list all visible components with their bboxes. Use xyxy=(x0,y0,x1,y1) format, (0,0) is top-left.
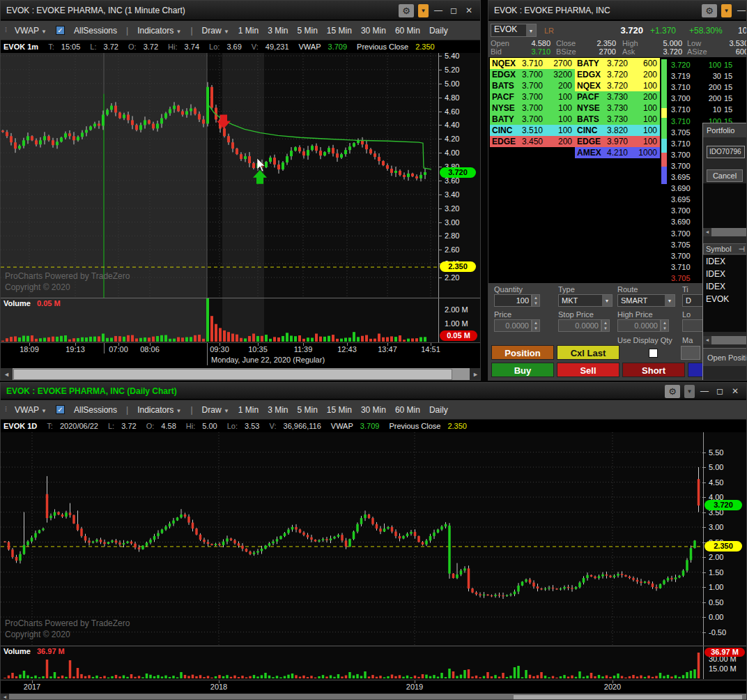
close-button[interactable]: ✕ xyxy=(463,1,475,20)
timeframe-15min[interactable]: 15 Min xyxy=(327,26,352,36)
timeframe-1min[interactable]: 1 Min xyxy=(238,405,259,415)
scroll-left-icon[interactable]: ◄ xyxy=(1,368,13,381)
ladder-row[interactable]: NQEX3.7102700 xyxy=(490,58,575,69)
window-titlebar[interactable]: EVOK : EVOKE PHARMA, INC (Daily Chart) ⚙… xyxy=(1,383,746,400)
h-scrollbar[interactable]: ◄ xyxy=(1,694,747,700)
ladder-row[interactable]: AMEX4.2101000 xyxy=(575,147,660,158)
high-price-input[interactable]: 0.0000 xyxy=(617,319,661,332)
ladder-row[interactable]: EDGE3.450200 xyxy=(490,136,575,147)
low-price-input[interactable] xyxy=(682,319,703,332)
portfolio-scrollbar-2[interactable]: ◄ xyxy=(703,336,747,344)
high-price-stepper[interactable]: ▲▼ xyxy=(661,319,669,332)
indicators-dropdown[interactable]: Indicators ▼ xyxy=(137,26,181,36)
ladder-row[interactable]: PACF3.730200 xyxy=(575,91,660,102)
timeframe-daily[interactable]: Daily xyxy=(429,405,448,415)
window-titlebar[interactable]: EVOK : EVOKE PHARMA, INC (1 Minute Chart… xyxy=(1,1,480,20)
scroll-left-icon[interactable]: ◄ xyxy=(1,694,9,700)
portfolio-row[interactable]: IDEX xyxy=(703,255,747,268)
scroll-thumb[interactable] xyxy=(513,694,743,700)
allsessions-label[interactable]: AllSessions xyxy=(74,26,117,36)
portfolio-row[interactable]: IDEX xyxy=(703,280,747,293)
chevron-down-icon[interactable]: ▼ xyxy=(418,4,429,17)
sell-button[interactable]: Sell xyxy=(557,363,619,377)
scroll-right-icon[interactable]: ► xyxy=(470,368,481,381)
account-input[interactable]: IDO70796 xyxy=(707,146,745,158)
ladder-row[interactable]: BATS3.700200 xyxy=(490,80,575,91)
gear-icon[interactable]: ⚙ xyxy=(399,4,414,17)
timeframe-60min[interactable]: 60 Min xyxy=(395,405,420,415)
ladder-row[interactable]: PACF3.700100 xyxy=(490,91,575,102)
open-positions-tab[interactable]: Open Positi xyxy=(703,348,747,366)
ladder-row[interactable]: BATY3.700100 xyxy=(490,114,575,125)
ladder-row[interactable]: NYSE3.700100 xyxy=(490,102,575,114)
price-stepper[interactable]: ▲▼ xyxy=(532,319,540,332)
minimize-button[interactable]: — xyxy=(736,1,747,20)
portfolio-scrollbar[interactable]: ◄ xyxy=(703,228,747,236)
maximize-button[interactable]: ◻ xyxy=(714,383,725,400)
ladder-row[interactable]: CINC3.820100 xyxy=(575,125,660,136)
allsessions-checkbox[interactable]: ✓ xyxy=(56,405,65,414)
ladder-row[interactable]: EDGX3.7003200 xyxy=(490,69,575,80)
gear-icon[interactable]: ⚙ xyxy=(702,4,717,17)
ladder-row[interactable]: BATS3.730100 xyxy=(575,114,660,125)
chevron-down-icon[interactable]: ▼ xyxy=(526,24,536,36)
cancel-last-button[interactable]: Cxl Last xyxy=(557,345,619,360)
quantity-input[interactable]: 100 xyxy=(494,294,532,307)
timeframe-5min[interactable]: 5 Min xyxy=(298,26,318,36)
draw-dropdown[interactable]: Draw ▼ xyxy=(202,405,229,415)
timeframe-1min[interactable]: 1 Min xyxy=(238,26,259,36)
allsessions-checkbox[interactable]: ✓ xyxy=(56,26,65,35)
buy-button[interactable]: Buy xyxy=(491,363,554,377)
timeframe-3min[interactable]: 3 Min xyxy=(268,26,288,36)
scroll-left-icon[interactable]: ◄ xyxy=(703,336,711,344)
h-scrollbar[interactable]: ◄ ► xyxy=(1,368,481,381)
chevron-down-icon[interactable]: ▼ xyxy=(684,385,695,398)
indicators-dropdown[interactable]: Indicators ▼ xyxy=(137,405,181,415)
symbol-combobox[interactable]: EVOK ▼ xyxy=(491,24,537,37)
ladder-row[interactable]: NYSE3.730100 xyxy=(575,102,660,114)
stop-price-input[interactable]: 0.0000 xyxy=(558,319,601,332)
ladder-row[interactable]: EDGE3.970100 xyxy=(575,136,660,147)
margin-box[interactable] xyxy=(681,346,700,360)
draw-dropdown[interactable]: Draw ▼ xyxy=(202,26,229,36)
tif-select[interactable]: D xyxy=(682,294,703,307)
gear-icon[interactable]: ⚙ xyxy=(665,385,680,398)
drag-handle-icon[interactable]: ⁞⁞ xyxy=(5,406,6,413)
vwap-dropdown[interactable]: VWAP ▼ xyxy=(15,26,47,36)
route-select[interactable]: SMART▼ xyxy=(617,294,675,307)
stop-price-stepper[interactable]: ▲▼ xyxy=(601,319,610,332)
order-type-select[interactable]: MKT▼ xyxy=(558,294,613,307)
minimize-button[interactable]: — xyxy=(433,1,444,20)
ladder-row[interactable]: CINC3.510100 xyxy=(490,125,575,136)
maximize-button[interactable]: ◻ xyxy=(448,1,459,20)
timeframe-30min[interactable]: 30 Min xyxy=(361,405,386,415)
window-titlebar[interactable]: EVOK : EVOKE PHARMA, INC ⚙ ▼ — xyxy=(488,1,746,20)
close-button[interactable]: ✕ xyxy=(730,383,741,400)
ladder-row[interactable]: BATY3.720600 xyxy=(575,58,660,69)
price-chart-daily[interactable]: 5.505.004.504.003.503.002.502.001.501.00… xyxy=(1,432,747,646)
timeframe-60min[interactable]: 60 Min xyxy=(395,26,420,36)
timeframe-5min[interactable]: 5 Min xyxy=(298,405,318,415)
scroll-thumb[interactable] xyxy=(13,369,452,380)
extra-order-button[interactable] xyxy=(688,363,703,377)
drag-handle-icon[interactable]: ⁞⁞ xyxy=(5,27,6,33)
vwap-dropdown[interactable]: VWAP ▼ xyxy=(15,405,47,415)
cancel-button[interactable]: Cancel xyxy=(707,169,743,182)
portfolio-row[interactable]: EVOK xyxy=(703,293,747,305)
scroll-left-icon[interactable]: ◄ xyxy=(703,228,711,236)
chevron-down-icon[interactable]: ▼ xyxy=(721,4,732,17)
position-button[interactable]: Position xyxy=(491,345,554,360)
portfolio-title[interactable]: Portfolio xyxy=(703,123,747,137)
timeframe-3min[interactable]: 3 Min xyxy=(268,405,288,415)
allsessions-label[interactable]: AllSessions xyxy=(74,405,117,415)
symbol-column-header[interactable]: Symbol ⊣ xyxy=(703,243,747,254)
ladder-row[interactable]: NQEX3.720100 xyxy=(575,80,660,91)
price-input[interactable]: 0.0000 xyxy=(494,319,532,332)
price-chart-1min[interactable]: 5.405.205.004.804.604.404.204.003.803.60… xyxy=(1,53,481,298)
portfolio-row[interactable]: IDEX xyxy=(703,268,747,280)
timeframe-30min[interactable]: 30 Min xyxy=(361,26,386,36)
use-display-qty-checkbox[interactable] xyxy=(649,349,658,358)
timeframe-daily[interactable]: Daily xyxy=(429,26,448,36)
ladder-row[interactable]: EDGX3.720200 xyxy=(575,69,660,80)
pin-icon[interactable]: ⊣ xyxy=(738,244,745,254)
